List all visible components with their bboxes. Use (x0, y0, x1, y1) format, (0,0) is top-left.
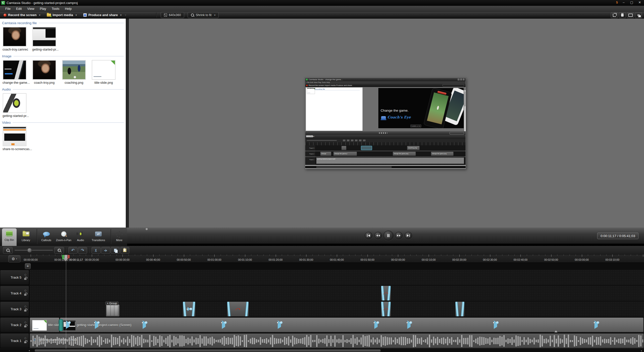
panel-splitter[interactable] (126, 19, 129, 228)
track-visibility-icon[interactable]: ◇ (24, 336, 26, 340)
track-content[interactable]: title-slide.pgetting-started-project.cam… (30, 317, 644, 332)
track-visibility-icon[interactable]: ◇ (24, 273, 26, 276)
splitter-knob[interactable] (146, 228, 148, 230)
zoom-mode-button[interactable]: Shrink to fit (188, 12, 219, 18)
track-content[interactable] (30, 286, 644, 301)
track-visibility-icon[interactable]: ◇ (24, 289, 26, 292)
maximize-button[interactable]: ▢ (629, 1, 634, 4)
zoom-keyframe-marker[interactable] (66, 323, 69, 327)
add-track-button[interactable]: + (25, 263, 31, 269)
media-item[interactable]: coach-troy.png (32, 60, 56, 84)
title-slide-clip[interactable]: title-slide.p (30, 318, 59, 332)
menu-edit[interactable]: Edit (13, 6, 24, 11)
record-screen-button[interactable]: Record the screen (2, 12, 42, 18)
toolbar-overflow-icon[interactable]: ▿ (125, 14, 126, 16)
timeline-zoom-out-button[interactable]: - (3, 247, 13, 254)
canvas-dimensions-button[interactable]: 640x360 (161, 12, 184, 18)
paste-button[interactable] (120, 247, 129, 254)
speaker-keyframe-icon[interactable] (594, 321, 598, 329)
media-item[interactable]: change-the-game... (3, 60, 27, 84)
callout-speaker-icon[interactable] (187, 307, 191, 311)
transition-clip[interactable] (227, 302, 249, 316)
undo-button[interactable]: ↶ (68, 247, 77, 254)
timeline-settings-button[interactable]: ⚙▾ (8, 255, 20, 262)
zoom-keyframe-marker[interactable] (278, 323, 281, 327)
menu-help[interactable]: Help (62, 6, 74, 11)
speaker-keyframe-icon[interactable] (66, 321, 69, 329)
tab-audio[interactable]: Audio (73, 229, 88, 245)
zoom-keyframe-marker[interactable] (222, 323, 225, 327)
menu-play[interactable]: Play (37, 6, 49, 11)
zoom-keyframe-marker[interactable] (407, 323, 411, 327)
tab-clip-bin[interactable]: Clip Bin (2, 228, 17, 246)
fast-forward-button[interactable] (395, 232, 403, 239)
group-badge[interactable]: + Group (105, 301, 118, 305)
menu-tools[interactable]: Tools (49, 6, 62, 11)
zoom-keyframe-marker[interactable] (95, 323, 98, 327)
cut-button[interactable]: ✂ (92, 247, 101, 254)
speaker-keyframe-icon[interactable] (374, 321, 378, 329)
transition-clip[interactable] (183, 302, 195, 316)
zoom-keyframe-marker[interactable] (143, 323, 146, 327)
split-button[interactable]: ◂▸ (101, 247, 110, 254)
playhead-handle[interactable] (63, 258, 68, 261)
track-lock-icon[interactable] (24, 341, 26, 343)
track-lock-icon[interactable] (24, 326, 26, 327)
tab-zoom-n-pan[interactable]: Zoom-n-Pan (55, 229, 72, 245)
produce-share-button[interactable]: Produce and share (81, 12, 124, 18)
track-visibility-icon[interactable]: ◇ (24, 321, 26, 324)
track-content[interactable]: + Group (30, 301, 644, 317)
pause-button[interactable] (383, 231, 393, 241)
transition-clip[interactable] (381, 286, 391, 300)
playhead-line[interactable] (66, 254, 66, 349)
speaker-keyframe-icon[interactable] (143, 321, 146, 329)
minimize-button[interactable]: – (621, 1, 626, 4)
zoom-keyframe-marker[interactable] (374, 323, 378, 327)
pan-tool-button[interactable] (619, 12, 626, 18)
zoom-keyframe-marker[interactable] (594, 323, 598, 327)
fit-canvas-button[interactable] (627, 12, 634, 18)
media-item[interactable]: title-slide.png (92, 60, 116, 84)
tab-library[interactable]: Library (18, 229, 34, 245)
track-lock-icon[interactable] (24, 294, 26, 296)
media-item[interactable]: coach-troy.camrec (3, 27, 27, 51)
track-visibility-icon[interactable]: ◇ (24, 305, 26, 308)
scroll-left-arrow[interactable]: ◂ (27, 349, 32, 352)
timeline-zoom-slider[interactable] (15, 250, 53, 250)
timeline-hscrollbar[interactable]: ◂ ▴ (0, 349, 644, 352)
scroll-up-arrow[interactable]: ▴ (641, 349, 642, 352)
scrollbar-thumb[interactable] (35, 349, 381, 352)
speaker-keyframe-icon[interactable] (407, 321, 411, 329)
clip-trim-handle[interactable] (59, 319, 63, 331)
jump-to-end-button[interactable] (405, 232, 412, 239)
speaker-keyframe-icon[interactable] (494, 321, 497, 329)
menu-file[interactable]: File (3, 6, 13, 11)
speaker-keyframe-icon[interactable] (222, 321, 225, 329)
detach-preview-button[interactable] (635, 12, 642, 18)
crop-tool-button[interactable] (611, 12, 618, 18)
track-lock-icon[interactable] (24, 278, 26, 280)
speaker-keyframe-icon[interactable] (278, 321, 281, 329)
grouped-clip[interactable]: + Group (106, 304, 119, 317)
close-button[interactable]: ✕ (637, 1, 642, 4)
timeline-zoom-slider-thumb[interactable] (27, 248, 32, 253)
audio-clip[interactable]: ♪getting-started-project.mp3 (30, 333, 644, 348)
media-item[interactable]: getting-started-pr... (3, 93, 27, 118)
title-bar[interactable]: C Camtasia Studio - getting-started-proj… (0, 0, 644, 6)
import-media-button[interactable]: Import media (45, 12, 79, 18)
track-content[interactable] (30, 270, 644, 285)
timeline-zoom-in-button[interactable]: + (54, 247, 64, 254)
screen-recording-clip[interactable]: getting-started-project.camrec (Screen) (60, 318, 643, 332)
zoom-keyframe-marker[interactable] (494, 323, 497, 327)
media-item[interactable]: getting-started-pr... (32, 27, 56, 51)
redo-button[interactable]: ↷ (78, 247, 87, 254)
media-item[interactable]: coaching.png (62, 60, 86, 84)
track-content[interactable]: ♪getting-started-project.mp3 (30, 333, 644, 348)
transition-clip[interactable] (455, 302, 464, 316)
speaker-keyframe-icon[interactable] (95, 321, 98, 329)
selection-region[interactable] (64, 255, 67, 258)
menu-view[interactable]: View (24, 6, 37, 11)
rewind-button[interactable] (374, 232, 382, 239)
tab-callouts[interactable]: Callouts (38, 229, 54, 245)
jump-to-start-button[interactable] (365, 232, 372, 239)
